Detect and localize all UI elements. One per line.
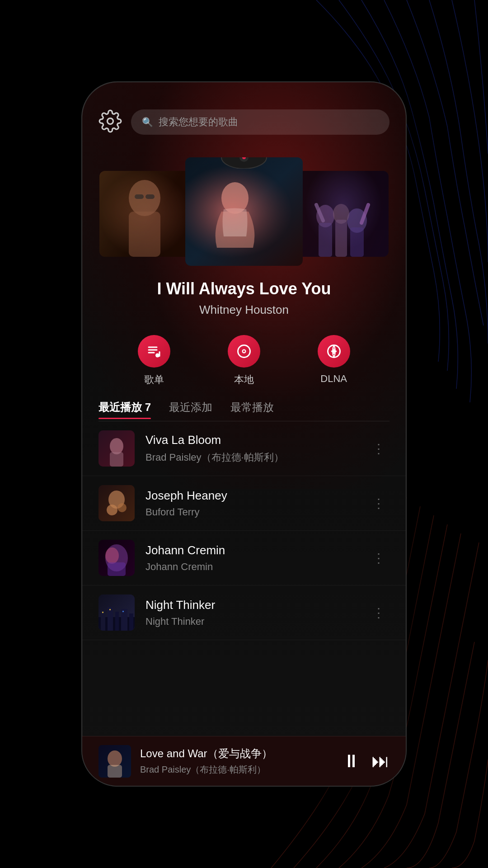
search-placeholder: 搜索您想要的歌曲 (159, 115, 238, 129)
svg-point-36 (107, 505, 117, 515)
svg-rect-49 (102, 612, 103, 613)
local-icon (228, 335, 260, 368)
nav-local-label: 本地 (234, 373, 254, 387)
thumb-art-3 (99, 540, 135, 576)
now-playing-info: I Will Always Love You Whitney Houston (82, 266, 406, 321)
more-button-2[interactable]: ⋮ (368, 491, 389, 515)
background: 🔍 搜索您想要的歌曲 (0, 0, 488, 868)
song-thumb-4 (99, 594, 135, 631)
svg-point-0 (108, 118, 113, 124)
tab-recent[interactable]: 最近播放 7 (99, 400, 151, 419)
song-info-4: Night Thinker Night Thinker (145, 598, 357, 627)
search-bar[interactable]: 🔍 搜索您想要的歌曲 (131, 109, 389, 135)
pause-button[interactable]: ⏸ (343, 751, 361, 771)
svg-rect-21 (148, 347, 158, 348)
song-item[interactable]: Viva La Bloom Brad Paisley（布拉德·帕斯利） ⋮ (82, 421, 406, 476)
svg-rect-4 (135, 194, 144, 199)
svg-rect-14 (319, 223, 332, 257)
svg-point-37 (117, 503, 127, 512)
album-card-right[interactable] (298, 171, 389, 257)
dlna-icon (318, 335, 350, 368)
playlist-icon (138, 335, 170, 368)
svg-rect-46 (115, 612, 119, 631)
svg-point-2 (129, 180, 160, 216)
song-info-1: Viva La Bloom Brad Paisley（布拉德·帕斯利） (145, 433, 357, 464)
svg-rect-50 (109, 609, 111, 610)
svg-point-28 (243, 350, 245, 353)
nav-playlist[interactable]: 歌单 (138, 335, 170, 387)
svg-rect-5 (145, 194, 155, 199)
svg-rect-20 (335, 220, 347, 257)
svg-point-19 (333, 204, 349, 224)
song-thumb-3 (99, 540, 135, 576)
svg-rect-44 (101, 610, 105, 631)
svg-rect-47 (121, 609, 127, 631)
song-name-4: Night Thinker (145, 598, 357, 612)
song-name-2: Joseph Heaney (145, 489, 357, 503)
song-thumb-1 (99, 430, 135, 467)
search-icon: 🔍 (142, 117, 153, 127)
svg-rect-1 (99, 171, 190, 257)
album-art-right (298, 171, 389, 257)
svg-rect-17 (350, 227, 364, 257)
now-playing-bar: Love and War（爱与战争） Brad Paisley（布拉德·帕斯利）… (82, 736, 406, 786)
more-button-4[interactable]: ⋮ (368, 601, 389, 625)
svg-point-13 (316, 205, 334, 227)
nav-icons: 歌单 本地 (82, 321, 406, 400)
next-button[interactable]: ⏭ (371, 751, 389, 771)
song-name-3: Johann Cremin (145, 543, 357, 557)
header: 🔍 搜索您想要的歌曲 (82, 82, 406, 144)
song-list: Viva La Bloom Brad Paisley（布拉德·帕斯利） ⋮ (82, 421, 406, 786)
bar-artist: Brad Paisley（布拉德·帕斯利） (140, 764, 333, 776)
album-card-left[interactable] (99, 171, 190, 257)
song-info-3: Johann Cremin Johann Cremin (145, 543, 357, 573)
settings-button[interactable] (99, 109, 122, 135)
song-info-2: Joseph Heaney Buford Terry (145, 489, 357, 518)
more-button-1[interactable]: ⋮ (368, 437, 389, 461)
svg-rect-48 (129, 613, 133, 631)
svg-rect-22 (148, 349, 158, 351)
nav-playlist-label: 歌单 (144, 373, 164, 387)
svg-rect-33 (110, 452, 123, 467)
song-artist-1: Brad Paisley（布拉德·帕斯利） (145, 451, 357, 464)
nav-dlna-label: DLNA (320, 373, 347, 385)
song-artist-3: Johann Cremin (145, 561, 357, 573)
svg-rect-9 (185, 157, 303, 266)
svg-rect-25 (159, 351, 160, 357)
svg-rect-51 (122, 611, 124, 612)
bar-thumb (99, 745, 131, 778)
song-title: I Will Always Love You (82, 279, 406, 298)
svg-point-11 (221, 182, 249, 214)
more-button-3[interactable]: ⋮ (368, 546, 389, 570)
album-carousel (82, 144, 406, 266)
svg-point-32 (110, 438, 123, 454)
svg-rect-41 (108, 562, 126, 576)
svg-point-16 (347, 208, 367, 233)
svg-rect-12 (298, 171, 389, 257)
song-artist-2: Buford Terry (145, 506, 357, 518)
vinyl-record (185, 157, 303, 169)
bar-title: Love and War（爱与战争） (140, 746, 333, 761)
song-thumb-2 (99, 485, 135, 521)
tab-added[interactable]: 最近添加 (169, 400, 212, 419)
song-artist-4: Night Thinker (145, 616, 357, 627)
tab-most[interactable]: 最常播放 (230, 400, 274, 419)
song-item[interactable]: Johann Cremin Johann Cremin ⋮ (82, 531, 406, 585)
svg-point-53 (108, 750, 122, 767)
bar-info: Love and War（爱与战争） Brad Paisley（布拉德·帕斯利） (140, 746, 333, 776)
phone-shell: 🔍 搜索您想要的歌曲 (81, 81, 407, 787)
nav-dlna[interactable]: DLNA (318, 335, 350, 387)
thumb-art-1 (99, 430, 135, 467)
svg-line-18 (361, 205, 368, 223)
song-item[interactable]: Night Thinker Night Thinker ⋮ (82, 585, 406, 640)
song-artist: Whitney Houston (82, 303, 406, 317)
svg-rect-3 (129, 212, 160, 257)
tabs: 最近播放 7 最近添加 最常播放 (82, 400, 406, 419)
svg-rect-23 (148, 352, 155, 354)
svg-rect-54 (108, 765, 122, 778)
nav-local[interactable]: 本地 (228, 335, 260, 387)
bar-controls: ⏸ ⏭ (343, 751, 389, 771)
album-card-center[interactable] (185, 157, 303, 266)
bar-thumb-art (99, 745, 131, 778)
song-item[interactable]: Joseph Heaney Buford Terry ⋮ (82, 476, 406, 531)
